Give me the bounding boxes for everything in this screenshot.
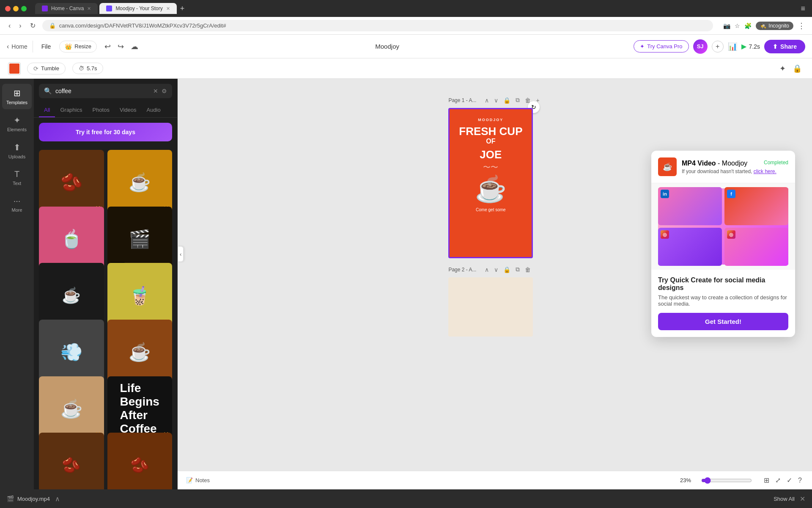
preview-grid: in f ◎ ◎ bbox=[658, 187, 788, 266]
page-header-1: Page 1 - A... ∧ ∨ 🔒 ⧉ 🗑 + bbox=[448, 96, 541, 105]
sec-toolbar-right: ✦ 🔒 bbox=[778, 62, 804, 75]
timer-button[interactable]: ⏱ 5.7s bbox=[72, 63, 104, 74]
tab-moodjoy[interactable]: Moodjoy - Your Story ✕ bbox=[99, 3, 176, 14]
help-button[interactable]: ? bbox=[796, 475, 804, 486]
sidebar-item-more[interactable]: ··· More bbox=[2, 192, 32, 217]
sidebar-item-uploads[interactable]: ⬆ Uploads bbox=[2, 138, 32, 163]
notif-click-here-link[interactable]: click here. bbox=[754, 168, 776, 174]
result-item[interactable]: 💨 bbox=[39, 320, 104, 385]
page-1-lock[interactable]: 🔒 bbox=[502, 96, 512, 105]
analytics-button[interactable]: 📊 bbox=[728, 42, 737, 51]
back-button[interactable]: ‹ bbox=[7, 20, 12, 31]
hide-panel-button[interactable]: ‹ bbox=[178, 246, 184, 262]
page-frame-2[interactable] bbox=[448, 277, 533, 337]
expand-button[interactable]: ⤢ bbox=[774, 475, 782, 486]
filter-tab-videos[interactable]: Videos bbox=[115, 103, 142, 117]
page-2-lock[interactable]: 🔒 bbox=[502, 265, 512, 274]
more-label: More bbox=[11, 207, 22, 213]
result-item[interactable]: 🫘 bbox=[39, 433, 104, 489]
filter-tab-photos[interactable]: Photos bbox=[87, 103, 114, 117]
close-file-button[interactable]: ✕ bbox=[800, 495, 805, 503]
platform-button[interactable]: ⟳ Tumble bbox=[27, 63, 66, 75]
filter-tab-all[interactable]: All bbox=[39, 103, 55, 117]
url-bar[interactable]: 🔒 canva.com/design/DAFNVetRTV8/J1WoMZtkP… bbox=[42, 20, 713, 31]
design-canvas[interactable]: MOODJOY FRESH CUP OF JOE 〜〜 ☕ Come get s… bbox=[448, 108, 533, 258]
reload-button[interactable]: ↻ bbox=[28, 20, 37, 31]
save-button[interactable]: ☁ bbox=[128, 40, 141, 53]
lock-button[interactable]: 🔒 bbox=[791, 62, 804, 75]
magic-tool-button[interactable]: ✦ bbox=[778, 62, 787, 75]
tabs-bar: Home - Canva ✕ Moodjoy - Your Story ✕ + bbox=[35, 3, 796, 14]
project-name[interactable]: Moodjoy bbox=[375, 43, 399, 50]
page-2-down[interactable]: ∨ bbox=[492, 265, 500, 274]
redo-button[interactable]: ↪ bbox=[115, 40, 126, 53]
canvas-title-3: JOE bbox=[480, 149, 502, 161]
filter-tab-graphics[interactable]: Graphics bbox=[55, 103, 87, 117]
preview-sub-4: ◎ bbox=[724, 228, 788, 266]
result-item[interactable]: LifeBeginsAfterCoffee 👑 bbox=[107, 376, 173, 442]
filter-tabs: All Graphics Photos Videos Audio bbox=[34, 103, 177, 118]
show-all-button[interactable]: Show All bbox=[774, 496, 795, 502]
forward-button[interactable]: › bbox=[17, 20, 23, 31]
extension-icon-button[interactable]: 🧩 bbox=[744, 22, 752, 29]
result-item[interactable]: 🧋 👑 bbox=[107, 263, 173, 328]
check-button[interactable]: ✓ bbox=[785, 475, 794, 486]
result-item[interactable]: 🫘 👑 bbox=[39, 150, 104, 215]
result-item[interactable]: ☕ 👑 bbox=[39, 376, 104, 442]
new-tab-button[interactable]: + bbox=[180, 3, 185, 14]
tab-moodjoy-close[interactable]: ✕ bbox=[166, 6, 170, 11]
camera-icon-button[interactable]: 📷 bbox=[723, 22, 730, 29]
result-item[interactable]: ☕ bbox=[39, 263, 104, 328]
avatar-initials: SJ bbox=[697, 43, 704, 50]
search-input[interactable] bbox=[55, 88, 150, 94]
add-team-button[interactable]: + bbox=[712, 41, 724, 52]
get-started-button[interactable]: Get Started! bbox=[658, 313, 788, 330]
page-1-down[interactable]: ∨ bbox=[492, 96, 500, 105]
undo-button[interactable]: ↩ bbox=[102, 40, 113, 53]
play-button[interactable]: ▶ 7.2s bbox=[741, 42, 760, 50]
page-1-copy[interactable]: ⧉ bbox=[514, 96, 521, 105]
result-item[interactable]: 🫘 bbox=[107, 433, 173, 489]
share-button[interactable]: ⬆ Share bbox=[764, 40, 805, 53]
dot-yellow[interactable] bbox=[13, 6, 19, 11]
minimize-button[interactable]: ≡ bbox=[799, 3, 807, 15]
notes-label: Notes bbox=[195, 477, 210, 483]
results-grid: 🫘 👑 ☕ 👑 🍵 🎬 10.0s ☕ bbox=[34, 146, 177, 489]
page-2-copy[interactable]: ⧉ bbox=[514, 265, 521, 274]
result-item[interactable]: ☕ bbox=[107, 320, 173, 385]
page-2-up[interactable]: ∧ bbox=[483, 265, 491, 274]
zoom-slider[interactable] bbox=[701, 477, 752, 484]
sidebar-item-elements[interactable]: ✦ Elements bbox=[2, 111, 32, 136]
result-item[interactable]: ☕ 👑 bbox=[107, 150, 173, 215]
file-expand-button[interactable]: ∧ bbox=[55, 495, 60, 503]
secondary-toolbar: ⟳ Tumble ⏱ 5.7s ✦ 🔒 bbox=[0, 58, 812, 79]
page-1-up[interactable]: ∧ bbox=[483, 96, 491, 105]
share-label: Share bbox=[780, 43, 797, 50]
browser-menu-button[interactable]: ⋮ bbox=[798, 21, 805, 30]
filter-tab-audio[interactable]: Audio bbox=[141, 103, 165, 117]
resize-button[interactable]: 👑 Resize bbox=[59, 41, 97, 52]
try-canva-pro-label: Try Canva Pro bbox=[647, 43, 682, 50]
sidebar-item-templates[interactable]: ⊞ Templates bbox=[2, 84, 32, 109]
notes-icon: 📝 bbox=[186, 477, 193, 483]
dot-red[interactable] bbox=[5, 6, 11, 11]
tab-home-canva[interactable]: Home - Canva ✕ bbox=[35, 3, 98, 14]
notes-button[interactable]: 📝 Notes bbox=[186, 477, 210, 483]
home-button[interactable]: ‹ Home bbox=[7, 43, 27, 50]
result-item[interactable]: 🎬 10.0s bbox=[107, 207, 173, 272]
result-item[interactable]: 🍵 bbox=[39, 207, 104, 272]
clear-search-icon[interactable]: ✕ bbox=[153, 88, 158, 94]
page-2-delete[interactable]: 🗑 bbox=[523, 265, 532, 274]
filter-icon[interactable]: ⚙ bbox=[162, 88, 167, 94]
dot-green[interactable] bbox=[21, 6, 27, 11]
file-button[interactable]: File bbox=[38, 41, 55, 52]
sidebar-item-text[interactable]: T Text bbox=[2, 165, 32, 190]
color-swatch[interactable] bbox=[8, 63, 20, 75]
promo-banner[interactable]: Try it free for 30 days bbox=[39, 123, 172, 141]
tab-home-close[interactable]: ✕ bbox=[87, 6, 91, 11]
star-icon-button[interactable]: ☆ bbox=[735, 22, 740, 29]
grid-view-button[interactable]: ⊞ bbox=[762, 475, 771, 486]
try-canva-pro-button[interactable]: ✦ Try Canva Pro bbox=[634, 40, 689, 52]
avatar[interactable]: SJ bbox=[693, 39, 708, 54]
address-bar: ‹ › ↻ 🔒 canva.com/design/DAFNVetRTV8/J1W… bbox=[0, 17, 812, 35]
